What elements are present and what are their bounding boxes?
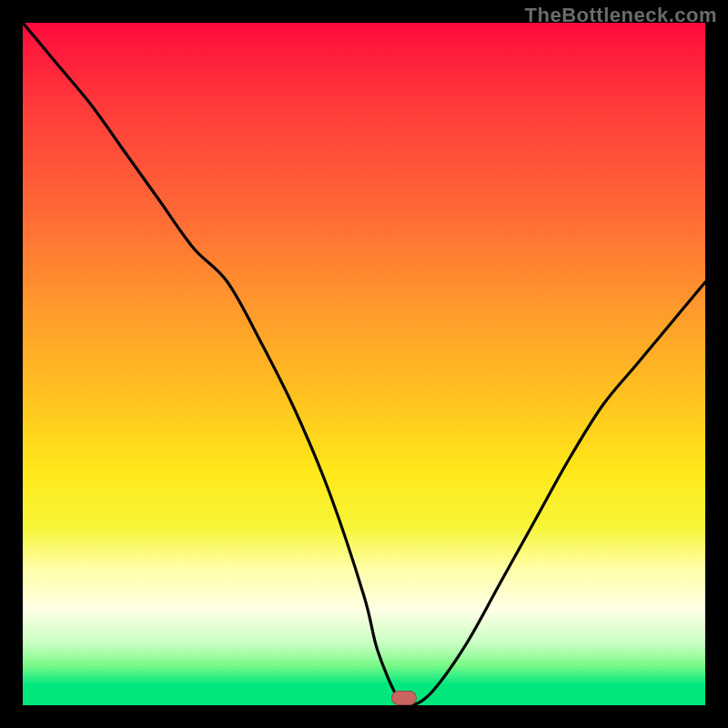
plot-area — [23, 23, 705, 705]
curve-path — [23, 23, 705, 705]
bottleneck-curve — [23, 23, 705, 705]
chart-stage: TheBottleneck.com — [0, 0, 728, 728]
optimum-marker — [391, 691, 417, 705]
